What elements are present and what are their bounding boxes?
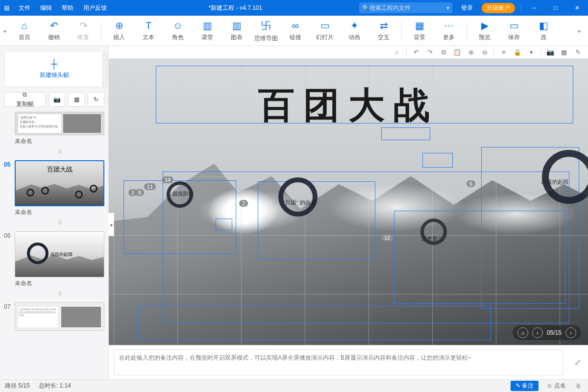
交互-icon: ⇄ bbox=[380, 20, 388, 31]
window-title: *新建工程 - v4.7.101 bbox=[112, 4, 359, 12]
ribbon-文本-button[interactable]: T文本 bbox=[134, 17, 163, 45]
ribbon-toolbar: ◂ ⌂首页↶撤销↷恢复⊕插入T文本☺角色▥课堂▥图表卐思维导图∞链接▭幻灯片✦动… bbox=[0, 16, 588, 46]
slide-panel: ┼ 新建镜头帧 ⧉复制帧 📷 ▦ ↻ "百团大战"与交通破击战...史称八路军与… bbox=[0, 46, 109, 379]
copy-frame-button[interactable]: ⧉复制帧 bbox=[4, 92, 46, 107]
copy-icon: ⧉ bbox=[23, 91, 27, 98]
rotate-right-icon[interactable]: ↷ bbox=[424, 49, 435, 56]
chevron-down-icon[interactable]: ▾ bbox=[526, 49, 537, 56]
search-box[interactable]: 🔍 ▾ bbox=[359, 2, 452, 13]
ribbon-插入-button[interactable]: ⊕插入 bbox=[104, 17, 134, 45]
thumbnail-item[interactable]: 06 战役的起因 未命名 ⧖ bbox=[4, 231, 104, 300]
slide-title[interactable]: 百团大战 bbox=[109, 81, 588, 130]
动画-icon: ✦ bbox=[350, 20, 359, 31]
notes-input[interactable] bbox=[114, 349, 564, 375]
qr-button[interactable]: ▦ bbox=[68, 92, 85, 107]
thumb-label: 未命名 bbox=[15, 206, 104, 218]
nav-next-icon[interactable]: › bbox=[565, 327, 576, 338]
new-frame-button[interactable]: ┼ 新建镜头帧 bbox=[4, 51, 104, 87]
ribbon-首页-button[interactable]: ⌂首页 bbox=[10, 17, 39, 45]
order-badge[interactable]: 8 bbox=[135, 189, 144, 196]
ribbon-交互-button[interactable]: ⇄交互 bbox=[369, 17, 398, 45]
ribbon-撤销-button[interactable]: ↶撤销 bbox=[39, 17, 69, 45]
transition-icon[interactable]: ⧖ bbox=[15, 289, 104, 300]
选-icon: ◧ bbox=[539, 20, 548, 31]
order-badge[interactable]: 11 bbox=[144, 183, 156, 190]
transition-icon[interactable]: ⧖ bbox=[15, 218, 104, 229]
refresh-button[interactable]: ↻ bbox=[88, 92, 104, 107]
home-icon[interactable]: ⌂ bbox=[392, 49, 402, 56]
nav-home-icon[interactable]: ⌂ bbox=[517, 327, 528, 338]
dropdown-icon[interactable]: ▾ bbox=[446, 4, 449, 11]
zoom-in-icon[interactable]: ⊕ bbox=[466, 49, 476, 56]
ribbon-链接-button[interactable]: ∞链接 bbox=[281, 17, 310, 45]
status-path: 路径 5/15 bbox=[5, 382, 30, 390]
课堂-icon: ▥ bbox=[203, 20, 212, 31]
ribbon-图表-button[interactable]: ▥图表 bbox=[222, 17, 251, 45]
order-badge[interactable]: 14 bbox=[162, 176, 173, 183]
ribbon-选-button[interactable]: ◧选 bbox=[529, 17, 558, 45]
ribbon-动画-button[interactable]: ✦动画 bbox=[340, 17, 369, 45]
canvas[interactable]: 百团大战 战役阶段 "百团" 的由来 战役的起因 bbox=[109, 59, 588, 345]
ribbon-角色-button[interactable]: ☺角色 bbox=[163, 17, 193, 45]
login-button[interactable]: 登录 bbox=[456, 0, 478, 16]
ribbon-背景-button[interactable]: ▦背景 bbox=[405, 17, 434, 45]
status-duration: 总时长: 1:14 bbox=[39, 382, 71, 390]
titlebar: ⊞ 文件 编辑 帮助 用户反馈 *新建工程 - v4.7.101 🔍 ▾ 登录 … bbox=[0, 0, 588, 16]
ribbon-思维导图-button[interactable]: 卐思维导图 bbox=[251, 17, 281, 45]
thumbnail-item[interactable]: 05 百团大战 未命名 ⧖ bbox=[4, 160, 104, 229]
sidebar-scrollbar[interactable] bbox=[102, 52, 107, 88]
mode-roll-button[interactable]: ☺ 点名 bbox=[541, 381, 571, 391]
slide-nav-capsule: ⌂ ‹ 05/15 › bbox=[513, 325, 581, 340]
order-badge[interactable]: 2 bbox=[239, 200, 248, 207]
menu-help[interactable]: 帮助 bbox=[57, 0, 78, 16]
expand-notes-icon[interactable]: ⤢ bbox=[566, 345, 588, 379]
main-area: ◂ ⌂ ↶ ↷ ⧉ 📋 ⊕ ⊖ ≡ 🔒 ▾ 📷 ▦ ✎ 百团大战 bbox=[109, 46, 588, 379]
layers-icon[interactable]: ▦ bbox=[559, 49, 569, 56]
nav-prev-icon[interactable]: ‹ bbox=[532, 327, 543, 338]
edit-icon[interactable]: ✎ bbox=[572, 49, 583, 56]
mode-notes-button[interactable]: ✎ 备注 bbox=[511, 381, 539, 391]
图表-icon: ▥ bbox=[232, 20, 242, 31]
ribbon-预览-button[interactable]: ▶预览 bbox=[470, 17, 499, 45]
thumb-label: 未命名 bbox=[15, 277, 104, 289]
thumbnail-item[interactable]: "百团大战"与交通破击战...史称八路军与日军的百团大战 未命名 ⧖ bbox=[4, 112, 104, 158]
close-button[interactable]: ✕ bbox=[566, 0, 588, 16]
文本-icon: T bbox=[146, 20, 151, 31]
export-icon[interactable]: ⎘ bbox=[574, 383, 583, 390]
ribbon-课堂-button[interactable]: ▥课堂 bbox=[193, 17, 222, 45]
ribbon-保存-button[interactable]: ▭保存 bbox=[499, 17, 529, 45]
order-badge[interactable]: 12 bbox=[381, 234, 393, 241]
selection-box[interactable] bbox=[422, 153, 453, 168]
ribbon-scroll-left-icon[interactable]: ◂ bbox=[3, 27, 10, 34]
collapse-sidebar-button[interactable]: ◂ bbox=[108, 213, 114, 236]
maximize-button[interactable]: □ bbox=[545, 0, 566, 16]
order-badge[interactable]: 6 bbox=[466, 180, 475, 187]
插入-icon: ⊕ bbox=[115, 20, 123, 31]
menu-edit[interactable]: 编辑 bbox=[35, 0, 57, 16]
预览-icon: ▶ bbox=[481, 20, 489, 31]
角色-icon: ☺ bbox=[173, 20, 183, 31]
ink-circle[interactable] bbox=[278, 177, 318, 217]
copy-icon[interactable]: ⧉ bbox=[438, 49, 449, 56]
align-icon[interactable]: ≡ bbox=[498, 49, 509, 56]
transition-icon[interactable]: ⧖ bbox=[15, 147, 104, 158]
thumbnail-item[interactable]: 07 文本内容文本内容文本内容文本内容文本内容文本内容文本内容文本内容 bbox=[4, 302, 104, 331]
恢复-icon: ↷ bbox=[79, 20, 88, 31]
ribbon-恢复-button[interactable]: ↷恢复 bbox=[69, 17, 98, 45]
menu-file[interactable]: 文件 bbox=[14, 0, 35, 16]
rotate-left-icon[interactable]: ↶ bbox=[411, 49, 421, 56]
search-input[interactable] bbox=[369, 4, 446, 11]
snapshot-icon[interactable]: 📷 bbox=[545, 49, 556, 56]
upgrade-button[interactable]: 升级账户 bbox=[482, 3, 515, 13]
statusbar: 路径 5/15 总时长: 1:14 ✎ 备注 ☺ 点名 ⎘ bbox=[0, 379, 588, 392]
plus-icon: ┼ bbox=[51, 59, 57, 69]
menu-feedback[interactable]: 用户反馈 bbox=[78, 0, 112, 16]
camera-button[interactable]: 📷 bbox=[49, 92, 65, 107]
ribbon-幻灯片-button[interactable]: ▭幻灯片 bbox=[310, 17, 340, 45]
lock-icon[interactable]: 🔒 bbox=[512, 49, 523, 56]
ribbon-scroll-right-icon[interactable]: ▸ bbox=[578, 27, 585, 34]
minimize-button[interactable]: ─ bbox=[523, 0, 545, 16]
zoom-out-icon[interactable]: ⊖ bbox=[479, 49, 490, 56]
ribbon-更多-button[interactable]: ⋯更多 bbox=[434, 17, 464, 45]
paste-icon[interactable]: 📋 bbox=[452, 49, 463, 56]
